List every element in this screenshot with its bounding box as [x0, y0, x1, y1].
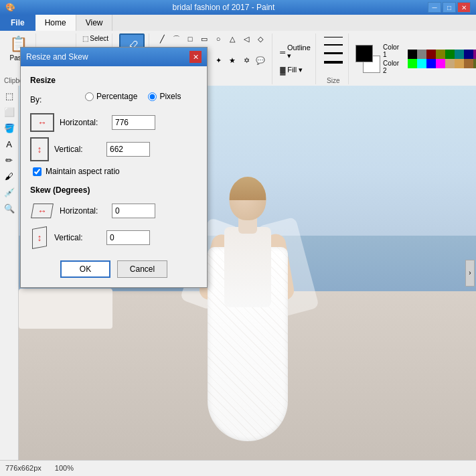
size-line-4[interactable] — [324, 61, 343, 64]
shape-diamond[interactable]: ◇ — [254, 33, 266, 44]
size-group: Size — [319, 33, 349, 84]
shape-line[interactable]: ╱ — [156, 33, 168, 44]
shape-star4[interactable]: ✦ — [212, 55, 224, 66]
text-tool[interactable]: A — [2, 137, 17, 151]
skew-vertical-label: Vertical: — [54, 233, 101, 242]
colors-group: Color 1 Color 2 Colors — [351, 33, 476, 84]
status-bar: 776x662px 100% — [0, 460, 476, 475]
horizontal-label: Horizontal: — [60, 118, 106, 127]
brush-tool[interactable]: 🖌 — [2, 169, 17, 183]
fill-tool[interactable]: 🪣 — [2, 121, 17, 135]
horizontal-resize-row: ↔ Horizontal: — [30, 113, 197, 132]
outline-button[interactable]: ═ Outline ▾ — [278, 42, 313, 62]
ok-button[interactable]: OK — [60, 260, 110, 278]
dialog-titlebar: Resize and Skew ✕ — [21, 48, 207, 66]
vertical-input[interactable] — [106, 142, 150, 157]
minimize-button[interactable]: ─ — [428, 2, 441, 13]
palette-swatch-16[interactable] — [445, 59, 455, 68]
unit-radio-group: Percentage Pixels — [82, 92, 181, 101]
white-structure — [19, 289, 112, 329]
color1-box[interactable] — [355, 45, 373, 62]
tab-home[interactable]: Home — [35, 15, 76, 31]
size-line-2[interactable] — [324, 44, 343, 46]
palette-swatch-7[interactable] — [473, 50, 476, 59]
select-button[interactable]: ⬚ Select — [79, 33, 112, 44]
vertical-resize-icon: ↕ — [30, 137, 49, 161]
percentage-radio[interactable] — [85, 92, 94, 101]
skew-vertical-input[interactable] — [106, 230, 150, 245]
active-colors: Color 1 Color 2 — [355, 44, 402, 74]
shape-ellipse[interactable]: ○ — [212, 33, 224, 44]
size-line-1[interactable] — [324, 37, 343, 37]
pencil-tool[interactable]: ✏ — [2, 153, 17, 167]
app-icon: 🎨 — [5, 3, 15, 12]
skew-section-title: Skew (Degrees) — [30, 185, 197, 195]
select-icon: ⬚ — [82, 35, 88, 42]
vertical-resize-row: ↕ Vertical: — [30, 137, 197, 161]
shape-curve[interactable]: ⌒ — [170, 33, 182, 44]
fill-button[interactable]: ▓ Fill ▾ — [278, 64, 313, 76]
color-palette — [406, 48, 476, 70]
ribbon-tabs: File Home View — [0, 15, 476, 31]
dialog-title: Resize and Skew — [26, 52, 189, 62]
color2-label: Color 2 — [383, 60, 402, 74]
palette-swatch-6[interactable] — [464, 50, 473, 59]
palette-swatch-4[interactable] — [445, 50, 455, 59]
select-tool[interactable]: ⬚ — [2, 88, 17, 103]
shape-callout[interactable]: 💬 — [254, 55, 266, 66]
dialog-close-button[interactable]: ✕ — [189, 51, 202, 63]
dimensions-status: 776x662px — [5, 464, 42, 472]
shape-star5[interactable]: ★ — [226, 55, 238, 66]
hair — [229, 177, 266, 200]
eraser-tool[interactable]: ⬜ — [2, 104, 17, 119]
horizontal-input[interactable] — [112, 115, 155, 130]
color-labels: Color 1 Color 2 — [383, 44, 402, 74]
shape-triangle[interactable]: △ — [226, 33, 238, 44]
palette-swatch-15[interactable] — [436, 59, 445, 68]
head — [229, 177, 266, 220]
maintain-ratio-checkbox[interactable] — [33, 167, 42, 176]
tab-file[interactable]: File — [0, 15, 35, 31]
palette-swatch-13[interactable] — [417, 59, 426, 68]
maximize-button[interactable]: □ — [443, 2, 456, 13]
fill-label: Fill ▾ — [287, 66, 303, 74]
palette-swatch-1[interactable] — [417, 50, 426, 59]
shape-rtriangle[interactable]: ◁ — [240, 33, 252, 44]
palette-swatch-3[interactable] — [436, 50, 445, 59]
palette-swatch-19[interactable] — [473, 59, 476, 68]
pixels-radio[interactable] — [148, 92, 157, 101]
skew-v-box — [32, 226, 47, 249]
by-label: By: — [30, 95, 77, 104]
cancel-button[interactable]: Cancel — [117, 260, 167, 278]
shape-star6[interactable]: ✡ — [240, 55, 252, 66]
left-toolbar: ⬚ ⬜ 🪣 A ✏ 🖌 💉 🔍 — [0, 86, 19, 460]
skew-h-box — [31, 204, 54, 218]
tab-view[interactable]: View — [76, 15, 113, 31]
palette-swatch-0[interactable] — [408, 50, 417, 59]
skew-horizontal-input[interactable] — [112, 204, 155, 218]
size-line-3[interactable] — [324, 52, 343, 54]
palette-swatch-2[interactable] — [426, 50, 436, 59]
window-controls: ─ □ ✕ — [428, 2, 471, 13]
palette-swatch-17[interactable] — [455, 59, 464, 68]
shape-roundrect[interactable]: ▭ — [198, 33, 210, 44]
palette-swatch-14[interactable] — [426, 59, 436, 68]
skew-horizontal-label: Horizontal: — [60, 206, 106, 216]
shape-rect[interactable]: □ — [184, 33, 196, 44]
scroll-right[interactable]: › — [465, 260, 475, 287]
outline-icon: ═ — [280, 48, 285, 56]
pixels-option[interactable]: Pixels — [148, 92, 181, 101]
torso — [224, 227, 271, 307]
size-lines — [323, 33, 344, 67]
palette-swatch-12[interactable] — [408, 59, 417, 68]
magnify-tool[interactable]: 🔍 — [2, 201, 17, 216]
size-label: Size — [327, 76, 339, 84]
percentage-option[interactable]: Percentage — [85, 92, 137, 101]
maintain-ratio-label: Maintain aspect ratio — [46, 167, 120, 176]
color-stack — [355, 45, 380, 73]
palette-swatch-18[interactable] — [464, 59, 473, 68]
by-row: By: Percentage Pixels — [30, 92, 197, 108]
window-close-button[interactable]: ✕ — [457, 2, 471, 13]
palette-swatch-5[interactable] — [455, 50, 464, 59]
eyedropper-tool[interactable]: 💉 — [2, 185, 17, 200]
